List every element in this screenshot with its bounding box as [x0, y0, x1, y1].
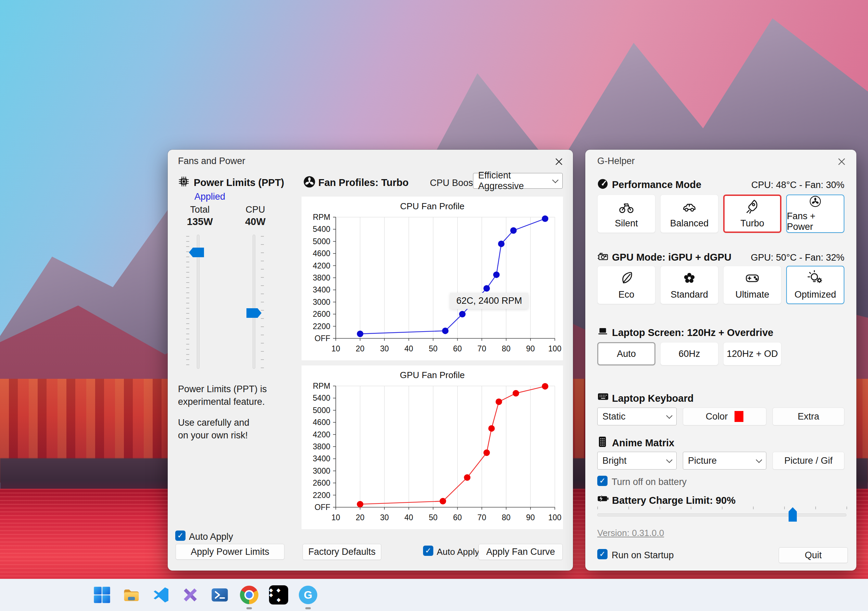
- ppt-note-line2: experimental feature.: [178, 396, 265, 407]
- run-on-startup-checkbox[interactable]: ✓: [597, 549, 608, 559]
- laptop-screen-header: Laptop Screen: 120Hz + Overdrive: [612, 327, 773, 338]
- laptop-icon: [597, 326, 608, 337]
- turn-off-on-battery-label: Turn off on battery: [612, 477, 687, 487]
- screen-button-60hz[interactable]: 60Hz: [660, 342, 718, 365]
- screen-button-120hz-od[interactable]: 120Hz + OD: [723, 342, 781, 365]
- gpu-button-label: Optimized: [794, 289, 836, 300]
- powershell-icon[interactable]: [209, 584, 231, 606]
- battery-slider-ticks: [597, 507, 847, 509]
- total-value: 135W: [181, 216, 219, 227]
- matrix-brightness-select[interactable]: Bright: [597, 452, 677, 470]
- gpu-temp-status: GPU: 50°C - Fan: 32%: [732, 252, 845, 263]
- bicycle-icon: [618, 199, 634, 215]
- run-on-startup-label: Run on Startup: [612, 550, 674, 561]
- auto-apply-power-label: Auto Apply: [189, 532, 233, 542]
- check-icon: ✓: [425, 546, 431, 555]
- close-icon[interactable]: [553, 156, 565, 168]
- leaf-icon: [618, 270, 634, 286]
- quit-button[interactable]: Quit: [779, 547, 848, 563]
- anime-matrix-header: Anime Matrix: [612, 437, 674, 449]
- ppt-warning-line2: on your own risk!: [178, 430, 248, 441]
- svg-text:40: 40: [405, 513, 414, 522]
- gpu-fan-chart-title: GPU Fan Profile: [302, 365, 563, 381]
- svg-text:2200: 2200: [313, 491, 330, 500]
- g-helper-taskbar-icon[interactable]: G: [297, 584, 319, 606]
- svg-text:100: 100: [548, 513, 561, 522]
- chrome-running-indicator: [246, 607, 252, 609]
- svg-text:4600: 4600: [313, 249, 330, 258]
- gpu-button-label: Eco: [618, 289, 635, 300]
- ppt-note-line1: Power Limits (PPT) is: [178, 384, 267, 395]
- battery-charge-limit-header: Battery Charge Limit: 90%: [612, 495, 736, 506]
- mode-button-silent[interactable]: Silent: [597, 194, 656, 233]
- mode-button-fans-power[interactable]: Fans + Power: [786, 194, 845, 233]
- cpu-fan-curve-plot[interactable]: 102030405060708090100OFF2200260030003400…: [302, 212, 563, 360]
- cpu-boost-label: CPU Boost: [430, 178, 476, 188]
- keyboard-extra-button[interactable]: Extra: [772, 407, 845, 425]
- gpu-fan-curve-plot[interactable]: 102030405060708090100OFF2200260030003400…: [302, 381, 563, 529]
- gpu-button-ultimate[interactable]: Ultimate: [723, 266, 781, 304]
- svg-text:5400: 5400: [313, 225, 330, 233]
- matrix-mode-value: Picture: [688, 456, 757, 466]
- cpu-slider-handle[interactable]: [246, 308, 262, 318]
- color-button-label: Color: [706, 411, 728, 422]
- svg-text:10: 10: [331, 513, 340, 522]
- keyboard-mode-value: Static: [602, 411, 667, 422]
- battery-slider-track[interactable]: [597, 513, 846, 516]
- svg-text:RPM: RPM: [313, 381, 330, 390]
- cpu-slider-track[interactable]: [253, 235, 255, 369]
- factory-defaults-button[interactable]: Factory Defaults: [302, 544, 381, 560]
- screen-button-label: Auto: [617, 349, 636, 359]
- flower-icon: [682, 270, 697, 286]
- cpu-boost-select[interactable]: Efficient Aggressive: [473, 173, 563, 189]
- cpu-label: CPU: [236, 204, 274, 215]
- performance-mode-header: Performance Mode: [612, 179, 701, 190]
- tidal-icon[interactable]: ◆ ◆ ◆ ◆: [268, 584, 290, 606]
- fan-profiles-header: Fan Profiles: Turbo: [318, 177, 409, 188]
- auto-apply-fan-checkbox[interactable]: ✓: [423, 546, 433, 556]
- apply-fan-curve-button[interactable]: Apply Fan Curve: [479, 544, 563, 560]
- start-button[interactable]: [91, 584, 113, 606]
- window-title: G-Helper: [597, 156, 635, 166]
- screen-button-auto[interactable]: Auto: [597, 342, 656, 365]
- gauge-icon: [597, 179, 608, 190]
- matrix-mode-select[interactable]: Picture: [683, 452, 766, 470]
- close-icon[interactable]: [836, 156, 848, 168]
- mode-button-turbo[interactable]: Turbo: [723, 194, 781, 233]
- taskbar: ◆ ◆ ◆ ◆ G G ENG 6:45 PM 3/18/2: [0, 579, 868, 611]
- auto-apply-power-checkbox[interactable]: ✓: [175, 530, 186, 541]
- svg-text:70: 70: [477, 344, 487, 353]
- chevron-down-icon: [666, 412, 672, 418]
- g-helper-running-indicator: [305, 607, 311, 609]
- chevron-down-icon: [756, 457, 762, 463]
- matrix-picture-gif-button[interactable]: Picture / Gif: [772, 452, 845, 470]
- battery-slider-handle[interactable]: [789, 507, 797, 522]
- gpu-button-label: Standard: [671, 289, 708, 300]
- svg-text:3400: 3400: [313, 454, 330, 463]
- mode-button-label: Silent: [615, 218, 638, 229]
- gpu-mode-header: GPU Mode: iGPU + dGPU: [612, 252, 732, 263]
- mode-button-balanced[interactable]: Balanced: [660, 194, 718, 233]
- rocket-icon: [744, 199, 760, 215]
- fan-icon: [303, 176, 316, 188]
- check-icon: ✓: [599, 550, 606, 558]
- keyboard-color-button[interactable]: Color: [683, 407, 766, 425]
- vscode-icon[interactable]: [150, 584, 172, 606]
- gpu-button-eco[interactable]: Eco: [597, 266, 656, 304]
- gpu-button-optimized[interactable]: Optimized: [786, 266, 845, 304]
- fan-curve-tooltip: 62C, 2400 RPM: [450, 293, 528, 309]
- chrome-icon[interactable]: [238, 584, 260, 606]
- turn-off-on-battery-checkbox[interactable]: ✓: [597, 476, 608, 486]
- file-explorer-icon[interactable]: [121, 584, 143, 606]
- gpu-button-standard[interactable]: Standard: [660, 266, 718, 304]
- visual-studio-icon[interactable]: [179, 584, 201, 606]
- version-link[interactable]: Version: 0.31.0.0: [597, 528, 664, 538]
- applied-link[interactable]: Applied: [194, 191, 225, 202]
- cpu-slider-ticks: [261, 236, 264, 368]
- total-slider-handle[interactable]: [189, 248, 204, 257]
- svg-text:90: 90: [526, 344, 535, 353]
- svg-text:RPM: RPM: [313, 213, 330, 222]
- svg-text:3000: 3000: [313, 466, 330, 476]
- apply-power-limits-button[interactable]: Apply Power Limits: [175, 544, 284, 560]
- keyboard-mode-select[interactable]: Static: [597, 407, 677, 425]
